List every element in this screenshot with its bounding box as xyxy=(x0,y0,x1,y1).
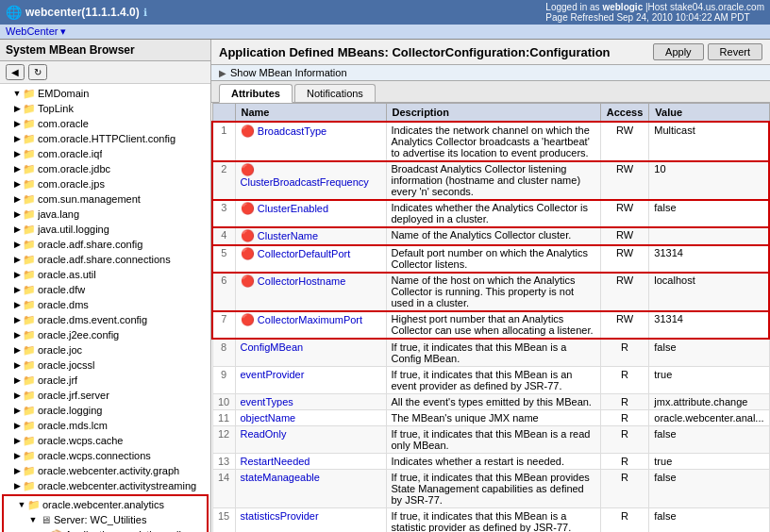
sidebar-refresh-button[interactable]: ↻ xyxy=(28,64,47,80)
sidebar-item-app-analytics-collector[interactable]: ▼ 📦 Application: analytics-collector xyxy=(5,527,206,532)
row-name[interactable]: statisticsProvider xyxy=(235,508,386,533)
tab-attributes[interactable]: Attributes xyxy=(219,84,293,103)
row-name[interactable]: eventTypes xyxy=(235,394,386,410)
sidebar-back-button[interactable]: ◀ xyxy=(6,64,25,80)
sidebar-item-com-oracle-http[interactable]: ▶ 📁 com.oracle.HTTPClient.config xyxy=(0,131,210,146)
toggle-oracle-mds-lcm[interactable]: ▶ xyxy=(11,420,23,431)
toggle-com-oracle-http[interactable]: ▶ xyxy=(11,133,23,144)
attr-name-link[interactable]: ClusterBroadcastFrequency xyxy=(241,176,369,188)
info-icon[interactable]: ℹ xyxy=(143,7,147,19)
sidebar-item-java-util[interactable]: ▶ 📁 java.util.logging xyxy=(0,222,210,237)
row-value[interactable]: false xyxy=(649,200,769,227)
row-value[interactable]: jmx.attribute.change xyxy=(649,394,769,410)
sidebar-item-oracle-logging[interactable]: ▶ 📁 oracle.logging xyxy=(0,403,210,418)
toggle-com-oracle[interactable]: ▶ xyxy=(11,118,23,129)
toggle-oracle-j2ee[interactable]: ▶ xyxy=(11,329,23,341)
webcenter-nav-label[interactable]: WebCenter ▾ xyxy=(6,25,67,37)
toggle-oracle-wc-activity-graph[interactable]: ▶ xyxy=(11,465,23,476)
row-value[interactable]: true xyxy=(649,454,769,470)
attr-name-link[interactable]: ReadOnly xyxy=(241,428,287,440)
toggle-com-sun[interactable]: ▶ xyxy=(11,193,23,205)
toggle-oracle-joc[interactable]: ▶ xyxy=(11,344,23,356)
row-name[interactable]: 🔴 BroadcastType xyxy=(235,122,386,161)
row-name[interactable]: 🔴 ClusterBroadcastFrequency xyxy=(235,161,386,200)
row-name[interactable]: objectName xyxy=(235,410,386,426)
sidebar-item-oracle-wcps-cache[interactable]: ▶ 📁 oracle.wcps.cache xyxy=(0,433,210,448)
sidebar-item-com-oracle-jps[interactable]: ▶ 📁 com.oracle.jps xyxy=(0,176,210,191)
sidebar-item-oracle-jocssl[interactable]: ▶ 📁 oracle.jocssl xyxy=(0,357,210,373)
sidebar-item-com-oracle[interactable]: ▶ 📁 com.oracle xyxy=(0,116,210,131)
row-value[interactable]: 31314 xyxy=(649,311,769,340)
toggle-oracle-wcps-cache[interactable]: ▶ xyxy=(11,435,23,446)
toggle-oracle-adf-share-config[interactable]: ▶ xyxy=(11,239,23,250)
attr-name-link[interactable]: objectName xyxy=(241,412,296,424)
toggle-oracle-jrf[interactable]: ▶ xyxy=(11,374,23,386)
row-value[interactable]: 31314 xyxy=(649,245,769,273)
sidebar-item-oracle-dms[interactable]: ▶ 📁 oracle.dms xyxy=(0,297,210,312)
toggle-com-oracle-jdbc[interactable]: ▶ xyxy=(11,163,23,175)
sidebar-item-oracle-dms-event[interactable]: ▶ 📁 oracle.dms.event.config xyxy=(0,312,210,327)
toggle-oracle-dms-event[interactable]: ▶ xyxy=(11,314,23,325)
attr-name-link[interactable]: ClusterName xyxy=(258,230,318,241)
row-name[interactable]: 🔴 ClusterName xyxy=(235,227,386,245)
toggle-toplink[interactable]: ▶ xyxy=(11,103,23,114)
toggle-oracle-jocssl[interactable]: ▶ xyxy=(11,359,23,371)
row-name[interactable]: 🔴 CollectorDefaultPort xyxy=(235,245,386,273)
sidebar-item-oracle-adf-share-config[interactable]: ▶ 📁 oracle.adf.share.config xyxy=(0,237,210,252)
toggle-oracle-wcps-conn[interactable]: ▶ xyxy=(11,450,23,461)
attr-name-link[interactable]: stateManageable xyxy=(241,472,320,483)
row-value[interactable]: localhost xyxy=(649,273,769,311)
row-value[interactable]: false xyxy=(649,470,769,508)
sidebar-item-com-oracle-jdbc[interactable]: ▶ 📁 com.oracle.jdbc xyxy=(0,161,210,176)
sidebar-item-oracle-j2ee[interactable]: ▶ 📁 oracle.j2ee.config xyxy=(0,327,210,342)
sidebar-item-oracle-wc-analytics[interactable]: ▼ 📁 oracle.webcenter.analytics xyxy=(5,497,206,512)
row-name[interactable]: 🔴 ClusterEnabled xyxy=(235,200,386,227)
row-value[interactable]: false xyxy=(649,339,769,367)
toggle-server-wc-utilities[interactable]: ▼ xyxy=(27,514,39,525)
sidebar-item-com-oracle-iqf[interactable]: ▶ 📁 com.oracle.iqf xyxy=(0,146,210,161)
toggle-com-oracle-iqf[interactable]: ▶ xyxy=(11,148,23,159)
row-value[interactable]: true xyxy=(649,367,769,394)
toggle-oracle-dfw[interactable]: ▶ xyxy=(11,284,23,295)
sidebar-item-oracle-wc-activity-graph[interactable]: ▶ 📁 oracle.webcenter.activity.graph xyxy=(0,463,210,478)
sidebar-item-oracle-adf-share-conn[interactable]: ▶ 📁 oracle.adf.share.connections xyxy=(0,252,210,267)
attr-name-link[interactable]: BroadcastType xyxy=(258,125,326,137)
attr-name-link[interactable]: eventTypes xyxy=(241,396,293,407)
sidebar-item-server-wc-utilities[interactable]: ▼ 🖥 Server: WC_Utilities xyxy=(5,512,206,527)
attr-name-link[interactable]: CollectorMaximumPort xyxy=(258,314,362,325)
row-name[interactable]: ConfigMBean xyxy=(235,339,386,367)
row-name[interactable]: 🔴 CollectorHostname xyxy=(235,273,386,311)
sidebar-item-oracle-joc[interactable]: ▶ 📁 oracle.joc xyxy=(0,342,210,357)
row-name[interactable]: 🔴 CollectorMaximumPort xyxy=(235,311,386,340)
sidebar-item-oracle-wc-activitystreaming[interactable]: ▶ 📁 oracle.webcenter.activitystreaming xyxy=(0,478,210,493)
apply-button[interactable]: Apply xyxy=(653,43,704,60)
row-value[interactable]: 10 xyxy=(649,161,769,200)
tab-notifications[interactable]: Notifications xyxy=(294,84,376,102)
revert-button[interactable]: Revert xyxy=(708,43,762,60)
sidebar-item-oracle-jrf-server[interactable]: ▶ 📁 oracle.jrf.server xyxy=(0,388,210,403)
attr-name-link[interactable]: CollectorHostname xyxy=(258,275,346,287)
row-name[interactable]: RestartNeeded xyxy=(235,454,386,470)
sidebar-item-oracle-as-util[interactable]: ▶ 📁 oracle.as.util xyxy=(0,267,210,282)
toggle-java-util[interactable]: ▶ xyxy=(11,224,23,235)
attr-name-link[interactable]: ConfigMBean xyxy=(241,341,304,353)
row-name[interactable]: ReadOnly xyxy=(235,426,386,454)
attr-name-link[interactable]: ClusterEnabled xyxy=(258,203,328,214)
attr-name-link[interactable]: eventProvider xyxy=(241,369,305,380)
toggle-oracle-wc-analytics[interactable]: ▼ xyxy=(16,499,27,510)
toggle-oracle-wc-activitystreaming[interactable]: ▶ xyxy=(11,480,23,491)
row-value[interactable]: Multicast xyxy=(649,122,769,161)
sidebar-item-oracle-mds-lcm[interactable]: ▶ 📁 oracle.mds.lcm xyxy=(0,418,210,433)
row-name[interactable]: eventProvider xyxy=(235,367,386,394)
sidebar-item-java-lang[interactable]: ▶ 📁 java.lang xyxy=(0,207,210,222)
sidebar-item-oracle-wcps-conn[interactable]: ▶ 📁 oracle.wcps.connections xyxy=(0,448,210,463)
row-value[interactable]: oracle.webcenter.anal... xyxy=(649,410,769,426)
row-name[interactable]: stateManageable xyxy=(235,470,386,508)
toggle-oracle-logging[interactable]: ▶ xyxy=(11,405,23,416)
show-mbean-bar[interactable]: ▶ Show MBean Information xyxy=(211,65,770,81)
sidebar-item-toplink[interactable]: ▶ 📁 TopLink xyxy=(0,101,210,116)
webcenter-nav[interactable]: WebCenter ▾ xyxy=(0,25,770,40)
sidebar-item-oracle-dfw[interactable]: ▶ 📁 oracle.dfw xyxy=(0,282,210,297)
toggle-oracle-jrf-server[interactable]: ▶ xyxy=(11,390,23,401)
attr-name-link[interactable]: RestartNeeded xyxy=(241,456,310,467)
